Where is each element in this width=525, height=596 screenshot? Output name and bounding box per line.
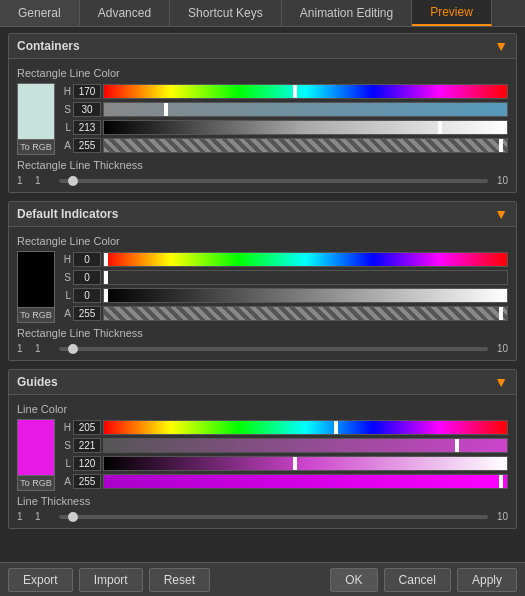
containers-color-preview[interactable]: To RGB bbox=[17, 83, 55, 155]
guides-section-header[interactable]: Guides ▼ bbox=[9, 370, 516, 395]
indicators-section-header[interactable]: Default Indicators ▼ bbox=[9, 202, 516, 227]
containers-a-input[interactable] bbox=[73, 138, 101, 153]
guides-l-track[interactable] bbox=[103, 456, 508, 471]
guides-body: Line Color To RGB H S bbox=[9, 395, 516, 528]
containers-s-gradient bbox=[104, 103, 507, 116]
containers-l-track[interactable] bbox=[103, 120, 508, 135]
containers-a-track[interactable] bbox=[103, 138, 508, 153]
guides-to-rgb-button[interactable]: To RGB bbox=[18, 475, 54, 490]
indicators-thickness-min: 1 bbox=[17, 343, 31, 354]
tab-bar: General Advanced Shortcut Keys Animation… bbox=[0, 0, 525, 27]
indicators-h-input[interactable] bbox=[73, 252, 101, 267]
containers-h-track[interactable] bbox=[103, 84, 508, 99]
containers-color-picker: To RGB H S bbox=[17, 83, 508, 155]
guides-h-track[interactable] bbox=[103, 420, 508, 435]
guides-s-row: S bbox=[59, 437, 508, 454]
containers-a-label: A bbox=[59, 140, 71, 151]
guides-s-track[interactable] bbox=[103, 438, 508, 453]
export-button[interactable]: Export bbox=[8, 568, 73, 592]
containers-s-input[interactable] bbox=[73, 102, 101, 117]
guides-thickness-thumb bbox=[68, 512, 78, 522]
main-content: Containers ▼ Rectangle Line Color To RGB… bbox=[0, 27, 525, 562]
tab-animation-editing[interactable]: Animation Editing bbox=[282, 0, 412, 26]
guides-section: Guides ▼ Line Color To RGB H bbox=[8, 369, 517, 529]
guides-thickness-min: 1 bbox=[17, 511, 31, 522]
indicators-to-rgb-button[interactable]: To RGB bbox=[18, 307, 54, 322]
guides-color-preview[interactable]: To RGB bbox=[17, 419, 55, 491]
tab-preview[interactable]: Preview bbox=[412, 0, 492, 26]
import-button[interactable]: Import bbox=[79, 568, 143, 592]
containers-l-label: L bbox=[59, 122, 71, 133]
containers-thickness-thumb bbox=[68, 176, 78, 186]
containers-body: Rectangle Line Color To RGB H bbox=[9, 59, 516, 192]
guides-thickness-row: 1 1 10 bbox=[17, 511, 508, 522]
guides-title: Guides bbox=[17, 375, 58, 389]
containers-a-gradient bbox=[104, 139, 507, 152]
indicators-s-label: S bbox=[59, 272, 71, 283]
guides-l-row: L bbox=[59, 455, 508, 472]
indicators-thickness-row: 1 1 10 bbox=[17, 343, 508, 354]
guides-h-input[interactable] bbox=[73, 420, 101, 435]
tab-shortcut-keys[interactable]: Shortcut Keys bbox=[170, 0, 282, 26]
containers-l-input[interactable] bbox=[73, 120, 101, 135]
containers-s-label: S bbox=[59, 104, 71, 115]
indicators-section: Default Indicators ▼ Rectangle Line Colo… bbox=[8, 201, 517, 361]
containers-sliders: H S bbox=[59, 83, 508, 154]
indicators-s-input[interactable] bbox=[73, 270, 101, 285]
indicators-l-gradient bbox=[104, 289, 507, 302]
guides-l-input[interactable] bbox=[73, 456, 101, 471]
indicators-body: Rectangle Line Color To RGB H bbox=[9, 227, 516, 360]
indicators-a-gradient bbox=[104, 307, 507, 320]
containers-section-header[interactable]: Containers ▼ bbox=[9, 34, 516, 59]
indicators-sliders: H S bbox=[59, 251, 508, 322]
containers-l-gradient bbox=[104, 121, 507, 134]
guides-s-input[interactable] bbox=[73, 438, 101, 453]
guides-s-gradient bbox=[104, 439, 507, 452]
reset-button[interactable]: Reset bbox=[149, 568, 210, 592]
guides-s-label: S bbox=[59, 440, 71, 451]
containers-s-track[interactable] bbox=[103, 102, 508, 117]
apply-button[interactable]: Apply bbox=[457, 568, 517, 592]
containers-h-label: H bbox=[59, 86, 71, 97]
containers-thickness-label: Rectangle Line Thickness bbox=[17, 159, 508, 171]
containers-thickness-min: 1 bbox=[17, 175, 31, 186]
guides-thickness-track[interactable] bbox=[59, 515, 488, 519]
indicators-thickness-thumb bbox=[68, 344, 78, 354]
indicators-thickness-track[interactable] bbox=[59, 347, 488, 351]
guides-h-label: H bbox=[59, 422, 71, 433]
indicators-color-picker: To RGB H S bbox=[17, 251, 508, 323]
indicators-a-input[interactable] bbox=[73, 306, 101, 321]
indicators-h-label: H bbox=[59, 254, 71, 265]
guides-chevron-icon: ▼ bbox=[494, 374, 508, 390]
indicators-s-track[interactable] bbox=[103, 270, 508, 285]
guides-a-gradient bbox=[104, 475, 507, 488]
containers-section: Containers ▼ Rectangle Line Color To RGB… bbox=[8, 33, 517, 193]
indicators-a-label: A bbox=[59, 308, 71, 319]
indicators-s-gradient bbox=[104, 271, 507, 284]
indicators-s-row: S bbox=[59, 269, 508, 286]
containers-thickness-track[interactable] bbox=[59, 179, 488, 183]
indicators-l-input[interactable] bbox=[73, 288, 101, 303]
indicators-h-track[interactable] bbox=[103, 252, 508, 267]
containers-color-label: Rectangle Line Color bbox=[17, 67, 508, 79]
containers-a-row: A bbox=[59, 137, 508, 154]
guides-l-label: L bbox=[59, 458, 71, 469]
tab-general[interactable]: General bbox=[0, 0, 80, 26]
indicators-a-track[interactable] bbox=[103, 306, 508, 321]
tab-advanced[interactable]: Advanced bbox=[80, 0, 170, 26]
containers-h-input[interactable] bbox=[73, 84, 101, 99]
indicators-chevron-icon: ▼ bbox=[494, 206, 508, 222]
cancel-button[interactable]: Cancel bbox=[384, 568, 451, 592]
indicators-l-track[interactable] bbox=[103, 288, 508, 303]
guides-a-input[interactable] bbox=[73, 474, 101, 489]
indicators-color-preview[interactable]: To RGB bbox=[17, 251, 55, 323]
ok-button[interactable]: OK bbox=[330, 568, 377, 592]
guides-a-row: A bbox=[59, 473, 508, 490]
containers-title: Containers bbox=[17, 39, 80, 53]
guides-a-track[interactable] bbox=[103, 474, 508, 489]
indicators-h-gradient bbox=[104, 253, 507, 266]
indicators-title: Default Indicators bbox=[17, 207, 118, 221]
containers-to-rgb-button[interactable]: To RGB bbox=[18, 139, 54, 154]
indicators-color-label: Rectangle Line Color bbox=[17, 235, 508, 247]
containers-h-row: H bbox=[59, 83, 508, 100]
